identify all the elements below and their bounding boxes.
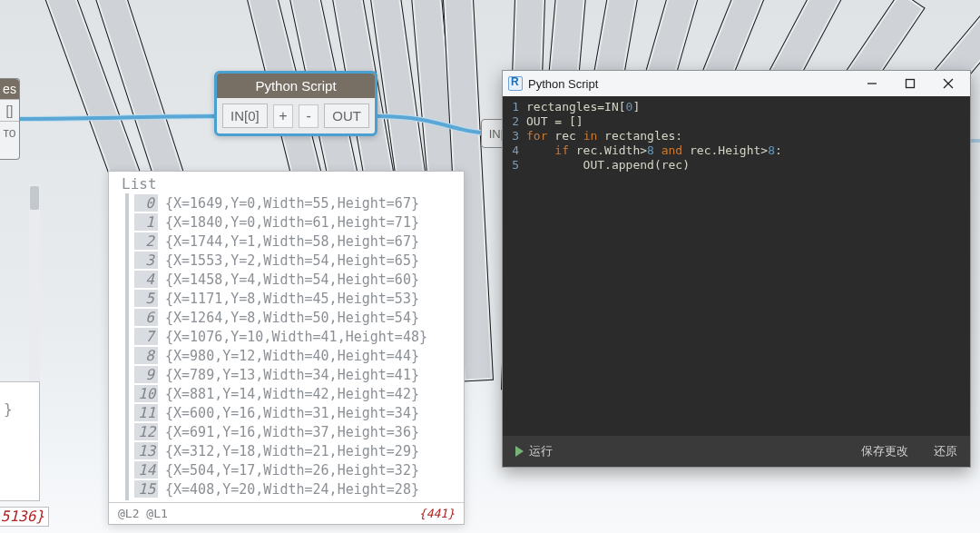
svg-rect-1 [906, 80, 915, 88]
add-input-button[interactable]: + [273, 104, 293, 128]
panel-fragment: } [0, 381, 40, 501]
input-port-0[interactable]: IN[0] [222, 104, 268, 128]
list-item: 1{X=1840,Y=0,Width=61,Height=71} [134, 212, 460, 232]
left-node-row: [] [0, 99, 19, 121]
left-node-title: es [0, 79, 19, 99]
remove-input-button[interactable]: - [299, 104, 318, 128]
editor-titlebar[interactable]: Python Script [503, 71, 970, 96]
list-item: 2{X=1744,Y=1,Width=58,Height=67} [134, 232, 460, 251]
code-editor[interactable]: 1 2 3 4 5 rectangles=IN[0] OUT = [] for … [503, 96, 970, 436]
node-title: Python Script [217, 74, 375, 98]
output-port[interactable]: OUT [324, 104, 369, 128]
list-item: 7{X=1076,Y=10,Width=41,Height=48} [134, 327, 460, 346]
editor-footer: 运行 保存更改 还原 [503, 436, 970, 467]
watch-count: {441} [419, 507, 455, 520]
list-item: 12{X=691,Y=16,Width=37,Height=36} [134, 422, 460, 441]
watch-list[interactable]: 0{X=1649,Y=0,Width=55,Height=67} 1{X=184… [125, 193, 460, 500]
list-item: 13{X=312,Y=18,Width=21,Height=29} [134, 441, 460, 460]
watch-title: List [109, 172, 464, 192]
list-item: 14{X=504,Y=17,Width=26,Height=32} [134, 460, 460, 479]
watch-panel[interactable]: List 0{X=1649,Y=0,Width=55,Height=67} 1{… [108, 171, 465, 525]
list-item: 8{X=980,Y=12,Width=40,Height=44} [134, 346, 460, 365]
code-text[interactable]: rectangles=IN[0] OUT = [] for rec in rec… [523, 96, 970, 436]
close-button[interactable] [932, 73, 965, 94]
save-changes-button[interactable]: 保存更改 [848, 436, 921, 467]
list-item: 6{X=1264,Y=8,Width=50,Height=54} [134, 308, 460, 327]
list-item: 5{X=1171,Y=8,Width=45,Height=53} [134, 289, 460, 308]
python-script-node[interactable]: Python Script IN[0] + - OUT [214, 71, 377, 136]
python-editor-window[interactable]: Python Script 1 2 3 4 5 rectangles=IN[0]… [502, 70, 971, 468]
editor-title: Python Script [528, 77, 598, 91]
left-node-row: то [0, 121, 19, 143]
run-button[interactable]: 运行 [503, 436, 565, 467]
watch-level-path[interactable]: @L2 @L1 [118, 507, 168, 520]
line-gutter: 1 2 3 4 5 [503, 96, 523, 436]
left-node-fragment: es [] то [0, 78, 20, 160]
list-item: 10{X=881,Y=14,Width=42,Height=42} [134, 384, 460, 403]
dynamo-canvas[interactable]: es [] то Python Script IN[0] + - OUT IN[… [0, 0, 980, 533]
play-icon [515, 446, 524, 457]
list-item: 15{X=408,Y=20,Width=24,Height=28} [134, 479, 460, 498]
revert-button[interactable]: 还原 [921, 436, 970, 467]
list-item: 3{X=1553,Y=2,Width=54,Height=65} [134, 251, 460, 270]
list-item: 9{X=789,Y=13,Width=34,Height=41} [134, 365, 460, 384]
list-item: 0{X=1649,Y=0,Width=55,Height=67} [134, 193, 460, 212]
list-item: 4{X=1458,Y=4,Width=54,Height=60} [134, 270, 460, 289]
list-item: 11{X=600,Y=16,Width=31,Height=34} [134, 403, 460, 422]
revit-icon [508, 76, 523, 91]
minimize-button[interactable] [856, 73, 888, 94]
count-fragment: 5136} [0, 507, 49, 527]
maximize-button[interactable] [894, 73, 926, 94]
